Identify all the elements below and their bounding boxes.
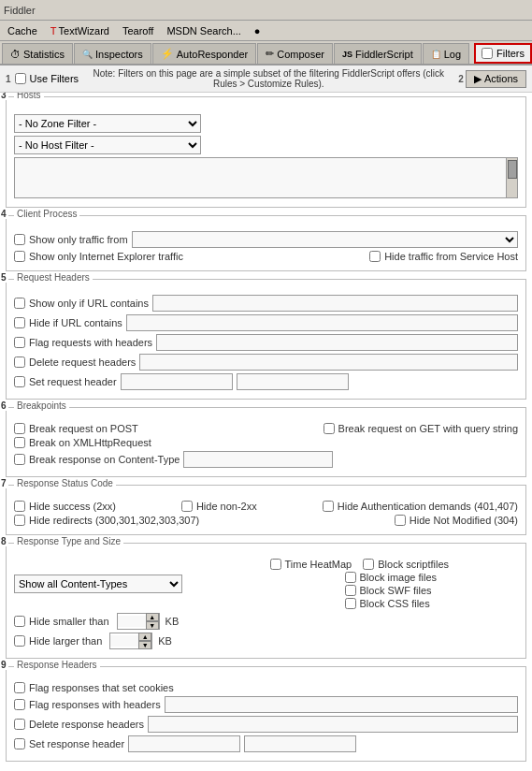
textwizard-tab[interactable]: TTextWizard (45, 23, 115, 38)
hide-larger-checkbox[interactable] (14, 635, 25, 647)
hide-304-checkbox[interactable] (395, 515, 406, 526)
tearoff-tab[interactable]: Tearoff (117, 23, 159, 38)
cache-tab[interactable]: Cache (2, 23, 43, 38)
breakpoints-label: Breakpoints (14, 400, 69, 411)
delete-res-checkbox[interactable] (14, 719, 25, 730)
break-content-checkbox[interactable] (14, 454, 25, 465)
section-type: 8 Response Type and Size Show all Conten… (6, 543, 526, 659)
extra-tab[interactable]: ● (249, 23, 266, 38)
larger-down-btn[interactable]: ▼ (138, 641, 151, 649)
actions-icon: ▶ (474, 73, 482, 85)
break-xml-checkbox[interactable] (14, 437, 25, 448)
hide-non2xx-label: Hide non-2xx (196, 501, 257, 512)
hide-url-input[interactable] (126, 314, 518, 331)
hide-2xx-checkbox[interactable] (14, 501, 25, 512)
tab-fiddlerscript[interactable]: JS FiddlerScript (334, 43, 422, 64)
show-traffic-label: Show only traffic from (29, 234, 128, 245)
show-traffic-checkbox[interactable] (14, 234, 25, 245)
break-content-input[interactable] (183, 451, 333, 468)
break-content-label: Break response on Content-Type (29, 454, 180, 465)
hide-url-label: Hide if URL contains (29, 317, 122, 328)
num-2-badge: 2 (458, 74, 464, 84)
break-post-checkbox[interactable] (14, 423, 25, 434)
tab-statistics[interactable]: ⏱ Statistics (2, 43, 73, 64)
time-heatmap-checkbox[interactable] (270, 559, 281, 570)
hide-301-checkbox[interactable] (14, 515, 25, 526)
section-reqheaders-wrapper: 5 Request Headers Show only if URL conta… (6, 279, 526, 400)
tab-autoresponder[interactable]: ⚡ AutoResponder (152, 43, 256, 64)
larger-kb-label: KB (158, 635, 172, 647)
hosts-textarea[interactable] (15, 158, 506, 197)
set-res-checkbox[interactable] (14, 738, 25, 749)
flag-res-headers-input[interactable] (165, 696, 518, 713)
show-url-input[interactable] (152, 295, 518, 312)
toolbar: 1 Use Filters Note: Filters on this page… (0, 65, 532, 93)
smaller-up-btn[interactable]: ▲ (146, 613, 159, 621)
tab-log[interactable]: 📋 Log (423, 43, 469, 64)
section-resheaders-wrapper: 9 Response Headers Flag responses that s… (6, 666, 526, 762)
autoresponder-icon: ⚡ (161, 48, 174, 60)
show-ie-checkbox[interactable] (14, 251, 25, 262)
tab-composer[interactable]: ✏ Composer (257, 43, 333, 64)
status-label: Response Status Code (14, 478, 116, 488)
hide-304-label: Hide Not Modified (304) (410, 515, 518, 526)
delete-req-input[interactable] (139, 354, 518, 371)
hide-smaller-input[interactable]: 1 (118, 616, 146, 627)
delete-res-label: Delete response headers (29, 719, 144, 730)
flag-req-checkbox[interactable] (14, 337, 25, 348)
content-type-select[interactable]: Show all Content-Types (14, 575, 182, 593)
block-css-checkbox[interactable] (345, 598, 356, 609)
block-images-label: Block image files (360, 572, 438, 583)
client-num: 4 (0, 209, 8, 219)
host-filter-select[interactable]: - No Host Filter - (14, 136, 201, 154)
flag-res-headers-checkbox[interactable] (14, 699, 25, 710)
msdn-tab[interactable]: MSDN Search... (161, 23, 246, 38)
flag-cookies-checkbox[interactable] (14, 682, 25, 693)
section-client-wrapper: 4 Client Process Show only traffic from … (6, 215, 526, 271)
show-url-checkbox[interactable] (14, 298, 25, 309)
client-label: Client Process (14, 209, 79, 219)
nav-tab-bar: ⏱ Statistics 🔍 Inspectors ⚡ AutoResponde… (0, 41, 532, 65)
main-content: 3 Hosts - No Zone Filter - - No Host Fil… (0, 93, 532, 771)
show-ie-label: Show only Internet Explorer traffic (29, 251, 183, 262)
zone-filter-select[interactable]: - No Zone Filter - (14, 114, 201, 133)
hide-larger-input[interactable]: 1 (110, 635, 138, 647)
delete-res-input[interactable] (148, 716, 518, 733)
hide-service-checkbox[interactable] (369, 251, 381, 262)
use-filters-checkbox[interactable] (15, 73, 26, 84)
section-client: 4 Client Process Show only traffic from … (6, 215, 526, 271)
set-res-input1[interactable] (128, 735, 240, 752)
filters-checkbox-tab[interactable] (482, 48, 493, 59)
hide-auth-checkbox[interactable] (323, 501, 334, 512)
smaller-down-btn[interactable]: ▼ (146, 621, 159, 630)
hide-smaller-checkbox[interactable] (14, 616, 25, 627)
show-url-label: Show only if URL contains (29, 298, 149, 309)
hide-url-checkbox[interactable] (14, 317, 25, 328)
set-res-input2[interactable] (244, 735, 356, 752)
status-num: 7 (0, 478, 8, 488)
tab-inspectors[interactable]: 🔍 Inspectors (74, 43, 151, 64)
hide-301-label: Hide redirects (300,301,302,303,307) (29, 515, 199, 526)
break-get-checkbox[interactable] (324, 423, 335, 434)
block-swf-checkbox[interactable] (345, 585, 356, 596)
block-images-checkbox[interactable] (345, 572, 356, 583)
set-req-input2[interactable] (237, 373, 349, 390)
set-req-input1[interactable] (121, 373, 233, 390)
delete-req-checkbox[interactable] (14, 356, 25, 368)
block-scripts-checkbox[interactable] (363, 559, 374, 570)
flag-req-label: Flag requests with headers (29, 337, 152, 348)
flag-req-input[interactable] (156, 334, 518, 351)
tab-filters-box[interactable]: Filters (474, 43, 532, 64)
hosts-scrollbar[interactable] (506, 158, 517, 197)
break-post-label: Break request on POST (29, 423, 138, 434)
statistics-icon: ⏱ (10, 49, 21, 60)
larger-up-btn[interactable]: ▲ (138, 633, 151, 641)
smaller-kb-label: KB (165, 616, 180, 627)
delete-req-label: Delete request headers (29, 356, 136, 368)
hide-service-label: Hide traffic from Service Host (384, 251, 518, 262)
hide-non2xx-checkbox[interactable] (181, 501, 193, 512)
traffic-from-select[interactable] (132, 231, 518, 248)
actions-button[interactable]: ▶ Actions (466, 70, 526, 88)
set-req-checkbox[interactable] (14, 376, 25, 387)
section-breakpoints: 6 Breakpoints Break request on POST Brea… (6, 407, 526, 477)
